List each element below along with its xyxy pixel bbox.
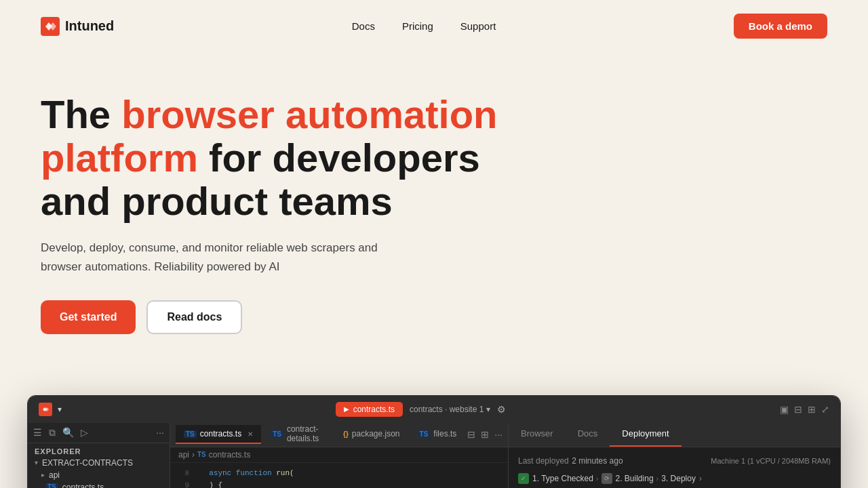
deploy-steps: ✓ 1. Type Checked › ⟳ 2. Building › 3. D… [518,473,831,484]
nav-links: Docs Pricing Support [352,20,496,33]
more-icon[interactable]: ··· [156,427,164,438]
layout-icon-1[interactable]: ▣ [780,404,789,415]
deploy-time: 2 minutes ago [572,456,623,466]
split-editor-icon[interactable]: ⊟ [467,429,475,440]
tab-files-ts[interactable]: TS files.ts [410,425,465,444]
folder-api[interactable]: ▸ api [28,469,170,481]
editor-body: ☰ ⧉ 🔍 ▷ ··· EXPLORER ▾ EXTRACT-CONTRACTS… [28,423,840,488]
active-tab-pill[interactable]: ▶ contracts.ts [336,402,403,417]
folder-label: EXTRACT-CONTRACTS [42,458,133,468]
breadcrumb-sep: › [192,450,195,460]
sidebar-toolbar: ☰ ⧉ 🔍 ▷ ··· [28,423,170,443]
tab-docs[interactable]: Docs [566,423,610,447]
tab-package-json[interactable]: {} package.json [335,425,408,444]
active-tab-label: contracts.ts [353,405,395,414]
nav-docs[interactable]: Docs [352,20,375,32]
line-numbers: 89101112 1314151617 18192021 [170,463,192,488]
deploy-last-info: Last deployed 2 minutes ago [518,454,623,466]
breadcrumb-contracts: contracts.ts [209,450,250,460]
editor-logo-icon [39,403,52,416]
layout-icon-2[interactable]: ⊟ [794,404,802,415]
tab-label: contracts.ts [200,429,241,439]
tab-label: package.json [352,429,400,439]
deploy-header: Last deployed 2 minutes ago Machine 1 (1… [518,454,831,466]
code-area: 89101112 1314151617 18192021 async funct… [170,463,508,488]
ts-badge: TS [184,430,197,438]
machine-info: Machine 1 (1 vCPU / 2048MB RAM) [711,454,831,466]
layout-icon-3[interactable]: ⊞ [808,404,816,415]
deployment-content: Last deployed 2 minutes ago Machine 1 (1… [509,447,840,488]
tab-contracts-ts[interactable]: TS contracts.ts ✕ [176,425,261,444]
sidebar-icons: ☰ ⧉ 🔍 ▷ [33,427,88,439]
title-prefix: The [41,92,121,136]
nav-pricing[interactable]: Pricing [402,20,433,32]
step-building: ⟳ 2. Building [601,473,654,484]
step-deploy: 3. Deploy › [661,474,702,483]
titlebar-left: ▾ [39,403,62,416]
step-arrow-icon: › [596,474,599,483]
play-icon: ▶ [344,405,349,413]
step-label: 1. Type Checked [532,474,593,483]
json-badge: {} [343,430,349,438]
step-label: 2. Building [616,474,654,483]
chevron-right-icon: ▸ [41,471,45,479]
deploy-last-label: Last deployed [518,456,569,466]
editor-sidebar: ☰ ⧉ 🔍 ▷ ··· EXPLORER ▾ EXTRACT-CONTRACTS… [28,423,170,488]
get-started-button[interactable]: Get started [41,300,136,334]
file-contracts-ts[interactable]: TS contracts.ts [28,481,170,488]
breadcrumb-api: api [178,450,189,460]
check-icon: ✓ [518,473,529,484]
code-content: async function run( ) { const page = ext… [192,463,508,488]
logo-area: Intuned [41,17,114,36]
tab-label: files.ts [433,429,456,439]
hero-subtitle: Develop, deploy, consume, and monitor re… [41,239,420,275]
hero-buttons: Get started Read docs [41,300,827,334]
project-label: contracts · website 1 ▾ [410,405,490,414]
logo-text: Intuned [65,18,114,34]
editor-tabs: TS contracts.ts ✕ TS contract-details.ts… [170,423,508,447]
editor-tab-icons: ⊟ ⊞ ··· [467,429,502,440]
file-name: contracts.ts [62,483,104,488]
read-docs-button[interactable]: Read docs [146,300,242,334]
spinner-icon: ⟳ [601,473,612,484]
tab-deployment[interactable]: Deployment [610,423,681,447]
machine-label: Machine [711,457,741,465]
copy-icon[interactable]: ⧉ [49,427,56,439]
editor-right-panel: Browser Docs Deployment Last deployed 2 … [508,423,840,488]
intuned-logo-icon [41,17,60,36]
titlebar-right: ▣ ⊟ ⊞ ⤢ [780,404,829,415]
more-icon[interactable]: ··· [494,429,502,440]
ts-badge: TS [418,430,431,438]
tab-close-icon[interactable]: ✕ [248,430,253,438]
nav-support[interactable]: Support [460,20,496,32]
step-type-checked: ✓ 1. Type Checked [518,473,593,484]
ts-badge: TS [45,483,58,488]
editor-titlebar: ▾ ▶ contracts.ts contracts · website 1 ▾… [28,396,840,423]
explorer-label: EXPLORER [28,443,170,457]
editor-breadcrumb: api › TS contracts.ts [170,447,508,463]
tab-contract-details[interactable]: TS contract-details.ts [262,423,334,449]
titlebar-dropdown[interactable]: ▾ [58,405,62,414]
navbar: Intuned Docs Pricing Support Book a demo [0,0,868,52]
chevron-right-icon: › [699,474,702,483]
titlebar-center: ▶ contracts.ts contracts · website 1 ▾ ⚙ [336,402,507,417]
fullscreen-icon[interactable]: ⤢ [821,404,829,415]
ts-badge: TS [271,430,283,438]
gear-icon[interactable]: ⚙ [497,404,506,415]
step-arrow-icon: › [656,474,659,483]
play-icon[interactable]: ▷ [81,427,88,439]
tab-label: contract-details.ts [287,424,326,443]
hamburger-icon[interactable]: ☰ [33,427,42,439]
hero-section: The browser automation platform for deve… [0,52,868,395]
folder-label: api [49,470,60,480]
machine-value: 1 (1 vCPU / 2048MB RAM) [741,457,831,465]
editor-main: TS contracts.ts ✕ TS contract-details.ts… [170,423,508,488]
hero-title: The browser automation platform for deve… [41,93,515,222]
layout-icon[interactable]: ⊞ [481,429,489,440]
search-icon[interactable]: 🔍 [62,427,74,439]
folder-extract-contracts[interactable]: ▾ EXTRACT-CONTRACTS [28,457,170,469]
book-demo-button[interactable]: Book a demo [734,14,827,39]
tab-browser[interactable]: Browser [509,423,566,447]
chevron-down-icon: ▾ [35,459,38,466]
editor-mockup: ▾ ▶ contracts.ts contracts · website 1 ▾… [27,395,841,488]
